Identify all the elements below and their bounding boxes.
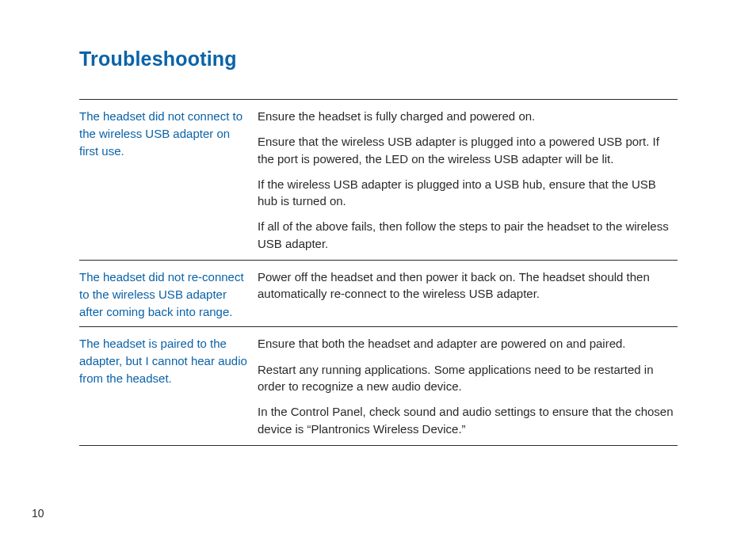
solution-text: If the wireless USB adapter is plugged i… — [258, 176, 678, 210]
problem-cell: The headset is paired to the adapter, bu… — [79, 335, 258, 387]
page-title: Troubleshooting — [79, 48, 708, 70]
page-number: 10 — [32, 507, 44, 520]
problem-cell: The headset did not re-connect to the wi… — [79, 268, 258, 320]
solution-text: Ensure that both the headset and adapter… — [258, 335, 678, 352]
solution-text: In the Control Panel, check sound and au… — [258, 403, 678, 437]
solution-cell: Ensure the headset is fully charged and … — [258, 108, 678, 253]
table-row: The headset is paired to the adapter, bu… — [79, 327, 678, 445]
solution-text: Ensure the headset is fully charged and … — [258, 108, 678, 124]
solution-text: Ensure that the wireless USB adapter is … — [258, 133, 678, 167]
solution-cell: Ensure that both the headset and adapter… — [258, 335, 678, 438]
solution-cell: Power off the headset and then power it … — [258, 268, 678, 304]
table-row: The headset did not re-connect to the wi… — [79, 261, 678, 327]
table-row: The headset did not connect to the wirel… — [79, 100, 678, 261]
page: Troubleshooting The headset did not conn… — [0, 0, 756, 556]
solution-text: Restart any running applications. Some a… — [258, 361, 678, 395]
solution-text: If all of the above fails, then follow t… — [258, 218, 678, 252]
troubleshoot-table: The headset did not connect to the wirel… — [79, 99, 678, 446]
problem-cell: The headset did not connect to the wirel… — [79, 108, 258, 159]
solution-text: Power off the headset and then power it … — [258, 268, 678, 303]
